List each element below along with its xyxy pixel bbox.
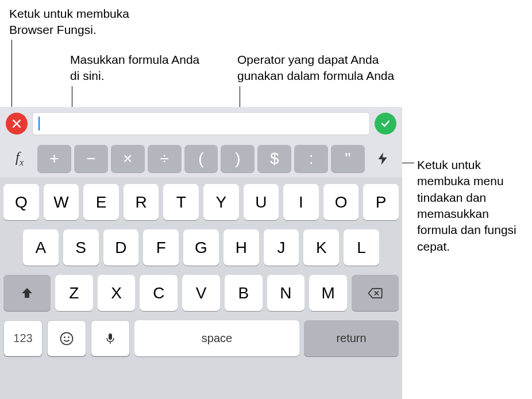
quick-actions-button[interactable] [368,145,398,172]
text-caret [38,117,40,131]
svg-point-0 [61,332,73,344]
key-g[interactable]: G [183,229,219,266]
svg-point-2 [68,336,70,338]
key-mic[interactable] [91,320,130,356]
key-q[interactable]: Q [3,184,39,220]
key-v[interactable]: V [182,275,220,311]
op-divide[interactable]: ÷ [148,145,182,172]
op-paren-close[interactable]: ) [221,145,255,172]
keyboard-row-4: 123 space return [3,320,399,356]
key-backspace[interactable] [352,275,399,311]
key-t[interactable]: T [163,184,199,220]
key-w[interactable]: W [44,184,79,220]
operator-row: fx + − × ÷ ( ) $ : " [0,140,402,177]
key-y[interactable]: Y [203,184,239,220]
callout-operators: Operator yang dapat Anda gunakan dalam f… [237,52,410,85]
key-x[interactable]: X [98,275,136,311]
key-emoji[interactable] [47,320,86,356]
keyboard-row-2: A S D F G H J K L [3,229,399,266]
mic-icon [103,332,117,346]
key-s[interactable]: S [63,229,99,266]
key-d[interactable]: D [103,229,139,266]
key-k[interactable]: K [303,229,339,266]
fx-button[interactable]: fx [5,145,34,172]
op-plus[interactable]: + [37,145,71,172]
key-m[interactable]: M [309,275,347,311]
key-space[interactable]: space [134,320,299,356]
key-n[interactable]: N [267,275,305,311]
key-i[interactable]: I [283,184,319,220]
key-c[interactable]: C [140,275,178,311]
key-j[interactable]: J [264,229,299,266]
close-icon [11,118,22,129]
op-dollar[interactable]: $ [257,145,291,172]
cancel-button[interactable] [6,113,28,135]
callout-fx: Ketuk untuk membuka Browser Fungsi. [9,6,159,39]
key-o[interactable]: O [323,184,359,220]
callout-formula-input: Masukkan formula Anda di sini. [70,52,202,85]
backspace-icon [367,285,383,301]
op-multiply[interactable]: × [111,145,145,172]
key-return[interactable]: return [304,320,399,356]
keyboard-row-1: Q W E R T Y U I O P [3,184,399,220]
key-123[interactable]: 123 [3,320,43,356]
op-quote[interactable]: " [331,145,365,172]
key-shift[interactable] [3,275,51,311]
fx-icon: fx [16,149,24,168]
keyboard: Q W E R T Y U I O P A S D F G H J K L Z … [0,177,402,399]
callout-quick: Ketuk untuk membuka menu tindakan dan me… [417,157,529,255]
key-e[interactable]: E [83,184,119,220]
key-u[interactable]: U [244,184,279,220]
key-b[interactable]: B [225,275,263,311]
formula-bar [0,107,402,140]
key-r[interactable]: R [124,184,159,220]
op-minus[interactable]: − [74,145,108,172]
key-f[interactable]: F [143,229,179,266]
lightning-icon [375,151,390,166]
formula-input[interactable] [32,112,370,135]
key-p[interactable]: P [363,184,399,220]
svg-point-1 [64,336,65,338]
shift-icon [20,286,34,300]
key-h[interactable]: H [223,229,259,266]
keyboard-row-3: Z X C V B N M [3,275,399,311]
op-colon[interactable]: : [294,145,328,172]
confirm-button[interactable] [375,113,396,135]
key-l[interactable]: L [344,229,379,266]
key-z[interactable]: Z [55,275,93,311]
checkmark-icon [380,118,391,129]
svg-rect-3 [109,333,112,340]
emoji-icon [59,331,75,347]
op-paren-open[interactable]: ( [184,145,218,172]
key-a[interactable]: A [23,229,59,266]
